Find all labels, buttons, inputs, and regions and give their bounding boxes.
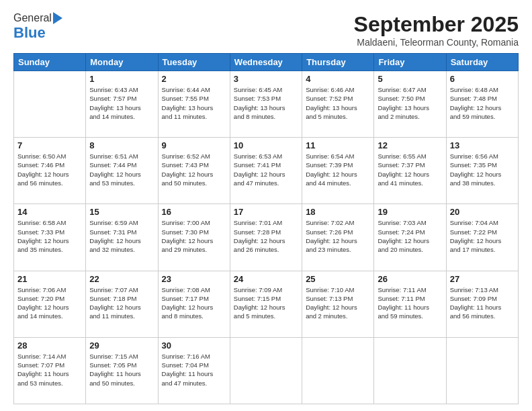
calendar-cell: 5Sunrise: 6:47 AMSunset: 7:50 PMDaylight… xyxy=(374,71,446,138)
day-info: Sunrise: 7:10 AMSunset: 7:13 PMDaylight:… xyxy=(306,285,370,321)
day-info: Sunrise: 7:01 AMSunset: 7:28 PMDaylight:… xyxy=(234,218,298,254)
calendar-cell: 3Sunrise: 6:45 AMSunset: 7:53 PMDaylight… xyxy=(230,71,302,138)
calendar-cell: 22Sunrise: 7:07 AMSunset: 7:18 PMDayligh… xyxy=(86,271,158,337)
day-info: Sunrise: 7:14 AMSunset: 7:07 PMDaylight:… xyxy=(17,352,82,387)
day-number: 23 xyxy=(162,274,226,284)
day-number: 25 xyxy=(306,274,370,284)
day-number: 15 xyxy=(89,207,154,217)
day-info: Sunrise: 6:52 AMSunset: 7:43 PMDaylight:… xyxy=(162,152,226,187)
day-of-week-header: Thursday xyxy=(302,54,374,71)
day-number: 14 xyxy=(17,207,82,217)
day-info: Sunrise: 6:58 AMSunset: 7:33 PMDaylight:… xyxy=(17,218,82,254)
calendar-cell: 4Sunrise: 6:46 AMSunset: 7:52 PMDaylight… xyxy=(302,71,374,138)
day-info: Sunrise: 7:16 AMSunset: 7:04 PMDaylight:… xyxy=(162,352,226,387)
day-info: Sunrise: 6:51 AMSunset: 7:44 PMDaylight:… xyxy=(89,152,154,187)
calendar-cell: 19Sunrise: 7:03 AMSunset: 7:24 PMDayligh… xyxy=(374,204,446,271)
day-number: 16 xyxy=(162,207,226,217)
day-number: 29 xyxy=(89,340,154,351)
calendar-cell: 16Sunrise: 7:00 AMSunset: 7:30 PMDayligh… xyxy=(158,204,230,271)
calendar-cell: 2Sunrise: 6:44 AMSunset: 7:55 PMDaylight… xyxy=(158,71,230,138)
day-number: 26 xyxy=(378,274,442,284)
month-title: September 2025 xyxy=(354,12,519,37)
day-number: 7 xyxy=(17,140,82,150)
day-info: Sunrise: 7:11 AMSunset: 7:11 PMDaylight:… xyxy=(378,285,442,321)
day-info: Sunrise: 6:47 AMSunset: 7:50 PMDaylight:… xyxy=(378,85,442,121)
day-of-week-header: Wednesday xyxy=(230,54,302,71)
day-info: Sunrise: 7:08 AMSunset: 7:17 PMDaylight:… xyxy=(162,285,226,321)
calendar-cell: 10Sunrise: 6:53 AMSunset: 7:41 PMDayligh… xyxy=(230,138,302,204)
calendar-cell: 9Sunrise: 6:52 AMSunset: 7:43 PMDaylight… xyxy=(158,138,230,204)
calendar-cell xyxy=(446,337,518,404)
day-info: Sunrise: 6:44 AMSunset: 7:55 PMDaylight:… xyxy=(162,85,226,121)
calendar-cell: 23Sunrise: 7:08 AMSunset: 7:17 PMDayligh… xyxy=(158,271,230,337)
calendar-cell: 20Sunrise: 7:04 AMSunset: 7:22 PMDayligh… xyxy=(446,204,518,271)
logo: General Blue xyxy=(13,12,62,42)
calendar-table: SundayMondayTuesdayWednesdayThursdayFrid… xyxy=(13,53,519,404)
calendar-cell: 28Sunrise: 7:14 AMSunset: 7:07 PMDayligh… xyxy=(14,337,86,404)
day-info: Sunrise: 6:45 AMSunset: 7:53 PMDaylight:… xyxy=(234,85,298,121)
day-info: Sunrise: 7:07 AMSunset: 7:18 PMDaylight:… xyxy=(89,285,154,321)
calendar-cell: 6Sunrise: 6:48 AMSunset: 7:48 PMDaylight… xyxy=(446,71,518,138)
day-info: Sunrise: 6:43 AMSunset: 7:57 PMDaylight:… xyxy=(89,85,154,121)
day-number: 13 xyxy=(450,140,515,150)
calendar-cell: 27Sunrise: 7:13 AMSunset: 7:09 PMDayligh… xyxy=(446,271,518,337)
day-info: Sunrise: 6:53 AMSunset: 7:41 PMDaylight:… xyxy=(234,152,298,187)
day-number: 21 xyxy=(17,274,82,284)
day-number: 12 xyxy=(378,140,442,150)
logo-blue-text: Blue xyxy=(13,24,46,42)
day-info: Sunrise: 6:50 AMSunset: 7:46 PMDaylight:… xyxy=(17,152,82,187)
day-number: 22 xyxy=(89,274,154,284)
calendar-week-row: 14Sunrise: 6:58 AMSunset: 7:33 PMDayligh… xyxy=(14,204,519,271)
day-info: Sunrise: 6:56 AMSunset: 7:35 PMDaylight:… xyxy=(450,152,515,187)
logo-general-text: General xyxy=(13,12,52,24)
calendar-cell: 17Sunrise: 7:01 AMSunset: 7:28 PMDayligh… xyxy=(230,204,302,271)
calendar-cell: 14Sunrise: 6:58 AMSunset: 7:33 PMDayligh… xyxy=(14,204,86,271)
day-info: Sunrise: 7:13 AMSunset: 7:09 PMDaylight:… xyxy=(450,285,515,321)
day-number: 18 xyxy=(306,207,370,217)
day-info: Sunrise: 6:54 AMSunset: 7:39 PMDaylight:… xyxy=(306,152,370,187)
day-number: 27 xyxy=(450,274,515,284)
page: General Blue September 2025 Maldaeni, Te… xyxy=(0,0,532,411)
day-info: Sunrise: 7:02 AMSunset: 7:26 PMDaylight:… xyxy=(306,218,370,254)
calendar-cell: 8Sunrise: 6:51 AMSunset: 7:44 PMDaylight… xyxy=(86,138,158,204)
day-info: Sunrise: 7:09 AMSunset: 7:15 PMDaylight:… xyxy=(234,285,298,321)
calendar-week-row: 1Sunrise: 6:43 AMSunset: 7:57 PMDaylight… xyxy=(14,71,519,138)
day-number: 8 xyxy=(89,140,154,150)
day-info: Sunrise: 7:00 AMSunset: 7:30 PMDaylight:… xyxy=(162,218,226,254)
day-number: 11 xyxy=(306,140,370,150)
day-of-week-header: Friday xyxy=(374,54,446,71)
calendar-cell: 13Sunrise: 6:56 AMSunset: 7:35 PMDayligh… xyxy=(446,138,518,204)
day-number: 5 xyxy=(378,74,442,84)
calendar-week-row: 21Sunrise: 7:06 AMSunset: 7:20 PMDayligh… xyxy=(14,271,519,337)
calendar-cell xyxy=(302,337,374,404)
day-number: 2 xyxy=(162,74,226,84)
calendar-cell: 26Sunrise: 7:11 AMSunset: 7:11 PMDayligh… xyxy=(374,271,446,337)
day-number: 30 xyxy=(162,340,226,351)
day-number: 24 xyxy=(234,274,298,284)
subtitle: Maldaeni, Teleorman County, Romania xyxy=(354,37,519,48)
calendar-cell: 15Sunrise: 6:59 AMSunset: 7:31 PMDayligh… xyxy=(86,204,158,271)
calendar-cell: 25Sunrise: 7:10 AMSunset: 7:13 PMDayligh… xyxy=(302,271,374,337)
day-info: Sunrise: 6:55 AMSunset: 7:37 PMDaylight:… xyxy=(378,152,442,187)
calendar-cell: 21Sunrise: 7:06 AMSunset: 7:20 PMDayligh… xyxy=(14,271,86,337)
calendar-cell: 12Sunrise: 6:55 AMSunset: 7:37 PMDayligh… xyxy=(374,138,446,204)
day-of-week-header: Saturday xyxy=(446,54,518,71)
day-info: Sunrise: 7:06 AMSunset: 7:20 PMDaylight:… xyxy=(17,285,82,321)
calendar-cell: 1Sunrise: 6:43 AMSunset: 7:57 PMDaylight… xyxy=(86,71,158,138)
day-of-week-header: Tuesday xyxy=(158,54,230,71)
day-number: 1 xyxy=(89,74,154,84)
logo-arrow-icon xyxy=(53,12,62,24)
calendar-cell: 24Sunrise: 7:09 AMSunset: 7:15 PMDayligh… xyxy=(230,271,302,337)
calendar-header-row: SundayMondayTuesdayWednesdayThursdayFrid… xyxy=(14,54,519,71)
day-number: 19 xyxy=(378,207,442,217)
calendar-cell xyxy=(14,71,86,138)
day-info: Sunrise: 7:04 AMSunset: 7:22 PMDaylight:… xyxy=(450,218,515,254)
day-info: Sunrise: 7:03 AMSunset: 7:24 PMDaylight:… xyxy=(378,218,442,254)
title-area: September 2025 Maldaeni, Teleorman Count… xyxy=(354,12,519,48)
day-number: 20 xyxy=(450,207,515,217)
day-info: Sunrise: 6:48 AMSunset: 7:48 PMDaylight:… xyxy=(450,85,515,121)
calendar-week-row: 28Sunrise: 7:14 AMSunset: 7:07 PMDayligh… xyxy=(14,337,519,404)
day-number: 3 xyxy=(234,74,298,84)
day-number: 28 xyxy=(17,340,82,351)
day-info: Sunrise: 6:59 AMSunset: 7:31 PMDaylight:… xyxy=(89,218,154,254)
